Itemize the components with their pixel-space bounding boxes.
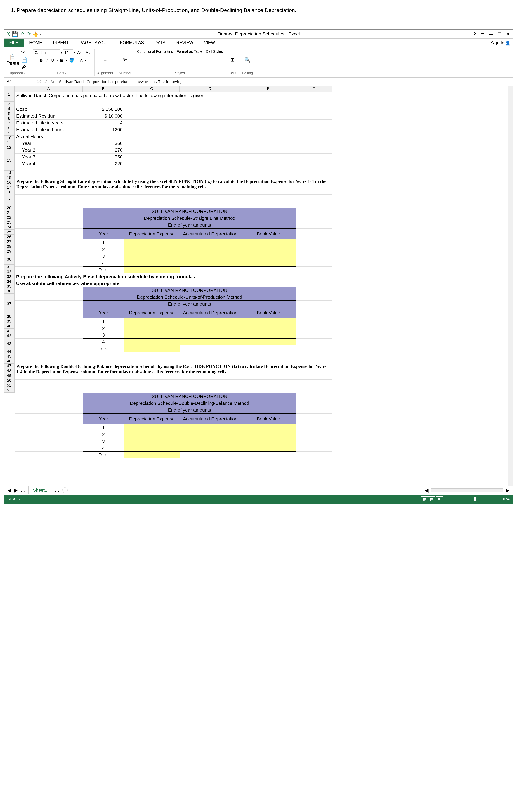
size-dropdown-icon[interactable]: ▾ (74, 51, 75, 54)
increase-font-icon[interactable]: A↑ (76, 50, 83, 56)
alignment-label[interactable]: Alignment (97, 71, 113, 75)
redo-icon[interactable]: ↷ (26, 31, 31, 37)
conditional-formatting-button[interactable]: Conditional Formatting (137, 50, 173, 54)
prev-sheet-icon[interactable]: ◀ (7, 487, 11, 493)
row-header[interactable]: 34 (4, 279, 15, 284)
tab-review[interactable]: REVIEW (171, 38, 199, 47)
row-header[interactable]: 29 (4, 249, 15, 254)
tab-formulas[interactable]: FORMULAS (115, 38, 149, 47)
zoom-in-icon[interactable]: + (494, 497, 496, 501)
font-color-button[interactable]: A (79, 57, 84, 63)
row-header[interactable]: 25 (4, 230, 15, 234)
find-icon[interactable]: 🔍 (244, 57, 251, 63)
scroll-right-icon[interactable]: ▶ (506, 487, 510, 493)
row-header[interactable]: 36 (4, 289, 15, 294)
enter-formula-icon[interactable]: ✓ (44, 79, 48, 85)
row-header[interactable]: 14 (4, 171, 15, 175)
tab-insert[interactable]: INSERT (48, 38, 74, 47)
normal-view-icon[interactable]: ▦ (421, 496, 428, 502)
tab-page-layout[interactable]: PAGE LAYOUT (74, 38, 115, 47)
cut-icon[interactable]: ✂ (21, 50, 27, 55)
row-header[interactable]: 4 (4, 107, 15, 111)
tab-home[interactable]: HOME (24, 38, 48, 47)
page-layout-view-icon[interactable]: ▤ (428, 496, 435, 502)
row-header[interactable]: 6 (4, 116, 15, 121)
row-header[interactable]: 5 (4, 111, 15, 116)
cells-icon[interactable]: ⊞ (230, 57, 235, 63)
sheet-menu-icon[interactable]: … (55, 487, 60, 493)
row-header[interactable]: 27 (4, 239, 15, 244)
row-header[interactable]: 18 (4, 190, 15, 195)
column-header-b[interactable]: B (83, 86, 124, 92)
row-header[interactable]: 48 (4, 369, 15, 373)
namebox-dropdown-icon[interactable]: ⌄ (29, 80, 31, 83)
row-header[interactable]: 10 (4, 136, 15, 140)
decrease-font-icon[interactable]: A↓ (84, 50, 92, 56)
row-header[interactable]: 28 (4, 244, 15, 249)
cell[interactable]: Sullivan Ranch Corporation has purchased… (15, 92, 332, 99)
column-header-d[interactable]: D (179, 86, 240, 92)
row-header[interactable]: 19 (4, 195, 15, 205)
page-break-view-icon[interactable]: ▣ (436, 496, 443, 502)
font-dropdown-icon[interactable]: ▾ (61, 51, 62, 54)
number-label[interactable]: Number (119, 71, 132, 75)
close-icon[interactable]: ✕ (506, 32, 510, 36)
row-header[interactable]: 52 (4, 388, 15, 393)
font-name-selector[interactable]: Calibri (33, 50, 60, 56)
new-sheet-icon[interactable]: + (62, 488, 67, 493)
sheet-menu-icon[interactable]: … (21, 487, 26, 493)
vertical-scrollbar[interactable] (508, 86, 513, 486)
row-header[interactable]: 45 (4, 354, 15, 359)
row-header[interactable]: 24 (4, 225, 15, 230)
row-header[interactable]: 30 (4, 254, 15, 265)
row-header[interactable]: 38 (4, 314, 15, 319)
row-header[interactable]: 22 (4, 215, 15, 220)
zoom-slider[interactable] (458, 499, 490, 499)
zoom-level[interactable]: 100% (499, 497, 510, 501)
row-header[interactable]: 2 (4, 97, 15, 102)
column-header-f[interactable]: F (296, 86, 332, 92)
name-box[interactable]: A1⌄ (5, 78, 33, 85)
row-header[interactable]: 44 (4, 349, 15, 354)
editing-label[interactable]: Editing (242, 71, 253, 75)
minimize-icon[interactable]: — (489, 32, 493, 36)
format-painter-icon[interactable]: 🖌 (21, 64, 27, 70)
sign-in-button[interactable]: Sign In👤 (488, 39, 513, 47)
cells-label[interactable]: Cells (228, 71, 236, 75)
column-header-e[interactable]: E (240, 86, 296, 92)
row-header[interactable]: 3 (4, 102, 15, 107)
alignment-icon[interactable]: ≡ (104, 57, 107, 63)
percent-icon[interactable]: % (123, 57, 127, 63)
fx-icon[interactable]: fx (51, 79, 55, 85)
select-all-corner[interactable] (4, 86, 15, 92)
row-header[interactable]: 46 (4, 359, 15, 364)
row-header[interactable]: 13 (4, 150, 15, 171)
row-header[interactable]: 50 (4, 378, 15, 383)
paste-button[interactable]: Paste (6, 60, 19, 66)
sheet-tab-sheet1[interactable]: Sheet1 (28, 486, 52, 494)
row-header[interactable]: 23 (4, 220, 15, 225)
tab-data[interactable]: DATA (149, 38, 171, 47)
zoom-out-icon[interactable]: − (452, 497, 454, 501)
border-button[interactable]: ⊞ (59, 57, 65, 63)
row-header[interactable]: 17 (4, 185, 15, 190)
column-header-c[interactable]: C (124, 86, 179, 92)
ribbon-display-icon[interactable]: ⬒ (480, 32, 484, 36)
underline-button[interactable]: U (50, 57, 56, 63)
column-header-a[interactable]: A (15, 86, 83, 92)
cancel-formula-icon[interactable]: ✕ (37, 79, 41, 85)
row-header[interactable]: 1 (4, 92, 15, 97)
row-header[interactable]: 39 (4, 319, 15, 324)
row-header[interactable]: 37 (4, 294, 15, 314)
row-header[interactable]: 8 (4, 126, 15, 131)
row-header[interactable]: 42 (4, 334, 15, 338)
row-header[interactable]: 9 (4, 131, 15, 136)
row-header[interactable]: 35 (4, 284, 15, 289)
italic-button[interactable]: I (45, 57, 49, 63)
expand-formula-bar-icon[interactable]: ⌄ (506, 80, 513, 83)
undo-icon[interactable]: ↶ (19, 31, 25, 37)
paste-icon[interactable]: 📋 (9, 54, 17, 60)
row-header[interactable]: 31 (4, 265, 15, 269)
fill-color-button[interactable]: 🪣 (68, 57, 76, 63)
copy-icon[interactable]: 📄 (21, 57, 27, 63)
